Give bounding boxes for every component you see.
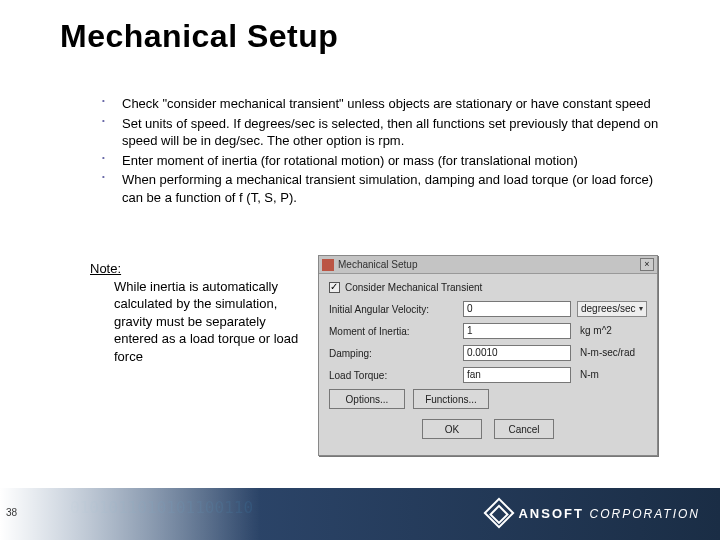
velocity-unit-select[interactable]: degrees/sec ▾ [577, 301, 647, 317]
page-number: 38 [6, 507, 17, 518]
ok-button[interactable]: OK [422, 419, 482, 439]
field-label: Damping: [329, 348, 463, 359]
unit-text: kg m^2 [577, 323, 647, 339]
damping-input[interactable]: 0.0010 [463, 345, 571, 361]
footer-fade [0, 488, 260, 540]
footer-bar: 0101011010101100110 ANSOFT CORPORATION [0, 488, 720, 540]
corp: CORPORATION [590, 507, 700, 521]
cancel-button[interactable]: Cancel [494, 419, 554, 439]
bullet-list: Check "consider mechanical transient" un… [100, 95, 660, 208]
field-label: Moment of Inertia: [329, 326, 463, 337]
close-icon[interactable]: × [640, 258, 654, 271]
field-label: Load Torque: [329, 370, 463, 381]
options-button[interactable]: Options... [329, 389, 405, 409]
bullet-item: Set units of speed. If degrees/sec is se… [100, 115, 660, 150]
page-title: Mechanical Setup [60, 18, 338, 55]
note-block: Note: While inertia is automatically cal… [90, 260, 300, 365]
mechanical-setup-dialog: Mechanical Setup × Consider Mechanical T… [318, 255, 658, 456]
unit-text: N-m [577, 367, 647, 383]
field-label: Initial Angular Velocity: [329, 304, 463, 315]
dialog-titlebar: Mechanical Setup × [319, 256, 657, 274]
bullet-item: When performing a mechanical transient s… [100, 171, 660, 206]
note-label: Note: [90, 261, 121, 276]
consider-transient-checkbox[interactable] [329, 282, 340, 293]
logo-text: ANSOFT CORPORATION [518, 506, 700, 521]
logo-icon [484, 497, 515, 528]
functions-button[interactable]: Functions... [413, 389, 489, 409]
app-icon [322, 259, 334, 271]
load-torque-input[interactable]: fan [463, 367, 571, 383]
note-body: While inertia is automatically calculate… [90, 278, 300, 366]
initial-velocity-input[interactable]: 0 [463, 301, 571, 317]
footer-logo: ANSOFT CORPORATION [488, 502, 700, 524]
unit-text: N-m-sec/rad [577, 345, 647, 361]
unit-text: degrees/sec [581, 302, 635, 316]
brand: ANSOFT [518, 506, 583, 521]
bullet-item: Enter moment of inertia (for rotational … [100, 152, 660, 170]
bullet-item: Check "consider mechanical transient" un… [100, 95, 660, 113]
chevron-down-icon: ▾ [639, 302, 643, 316]
dialog-title: Mechanical Setup [338, 259, 640, 270]
moment-inertia-input[interactable]: 1 [463, 323, 571, 339]
checkbox-label: Consider Mechanical Transient [345, 282, 482, 293]
